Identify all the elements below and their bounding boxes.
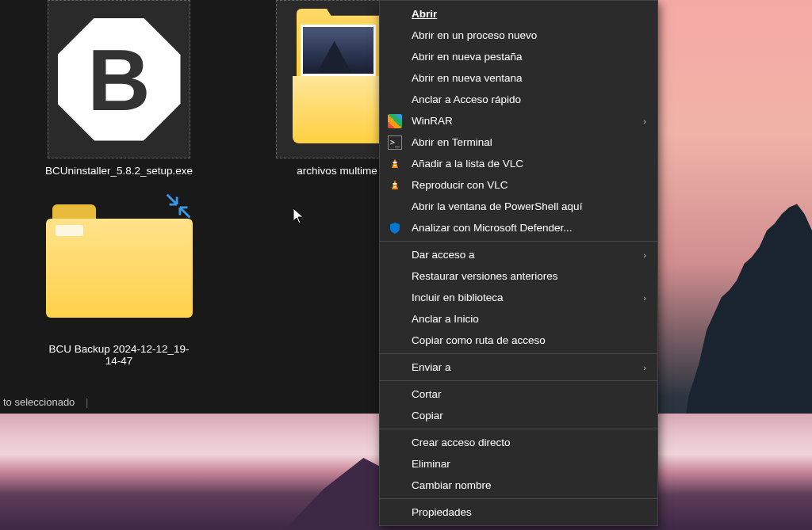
menu-item-cortar[interactable]: Cortar: [380, 383, 657, 405]
submenu-arrow-icon: ›: [643, 116, 646, 126]
vlc-icon: [388, 157, 402, 171]
menu-separator: [380, 353, 657, 354]
folder-label: archivos multime: [297, 165, 377, 177]
svg-rect-3: [394, 186, 396, 188]
menu-item-cambiar-nombre[interactable]: Cambiar nombre: [380, 475, 657, 496]
menu-separator: [380, 241, 657, 242]
folder-inner-paper: [56, 225, 83, 236]
menu-item-eliminar[interactable]: Eliminar: [380, 453, 657, 475]
menu-item-incluir-biblioteca[interactable]: Incluir en biblioteca ›: [380, 287, 657, 308]
menu-item-copiar[interactable]: Copiar: [380, 405, 657, 426]
menu-separator: [380, 380, 657, 381]
menu-item-propiedades[interactable]: Propiedades: [380, 501, 657, 523]
bcu-letter-b: B: [87, 29, 150, 130]
file-label: BCUninstaller_5.8.2_setup.exe: [45, 165, 193, 177]
svg-rect-0: [393, 162, 397, 163]
terminal-icon: >_: [388, 135, 402, 150]
menu-item-abrir[interactable]: Abrir: [380, 3, 657, 25]
menu-item-anclar-inicio[interactable]: Anclar a Inicio: [380, 308, 657, 330]
menu-item-anadir-vlc[interactable]: Añadir a la lista de VLC: [380, 153, 657, 174]
bcu-icon-selected: B: [48, 0, 190, 158]
defender-shield-icon: [388, 221, 402, 235]
menu-item-analizar-defender[interactable]: Analizar con Microsoft Defender...: [380, 217, 657, 238]
file-item-bcuninstaller[interactable]: B BCUninstaller_5.8.2_setup.exe: [48, 0, 190, 177]
menu-item-copiar-ruta[interactable]: Copiar como ruta de acceso: [380, 330, 657, 351]
submenu-arrow-icon: ›: [643, 293, 646, 303]
svg-rect-1: [394, 165, 396, 166]
folder-label: BCU Backup 2024-12-12_19-14-47: [48, 343, 190, 367]
vlc-icon: [388, 178, 402, 193]
folder-thumbnail-image: [301, 25, 376, 76]
menu-item-restaurar-versiones[interactable]: Restaurar versiones anteriores: [380, 265, 657, 287]
menu-separator: [380, 498, 657, 499]
menu-separator: [380, 429, 657, 429]
octagon-icon: B: [58, 18, 181, 141]
menu-item-abrir-proceso-nuevo[interactable]: Abrir en un proceso nuevo: [380, 25, 657, 46]
mouse-cursor-icon: [293, 208, 304, 228]
winrar-icon: [388, 114, 402, 128]
menu-item-powershell[interactable]: Abrir la ventana de PowerShell aquí: [380, 196, 657, 217]
menu-item-abrir-terminal[interactable]: >_ Abrir en Terminal: [380, 132, 657, 153]
folder-front: [293, 76, 388, 143]
folder-item-backup[interactable]: BCU Backup 2024-12-12_19-14-47: [48, 186, 190, 367]
status-divider: |: [86, 396, 88, 408]
svg-rect-2: [393, 183, 397, 185]
menu-item-winrar[interactable]: WinRAR ›: [380, 110, 657, 132]
status-selected-text: to seleccionado: [3, 396, 75, 408]
menu-item-enviar-a[interactable]: Enviar a ›: [380, 357, 657, 378]
menu-item-abrir-nueva-ventana[interactable]: Abrir en nueva ventana: [380, 67, 657, 89]
submenu-arrow-icon: ›: [643, 250, 646, 260]
menu-item-dar-acceso[interactable]: Dar acceso a ›: [380, 244, 657, 265]
menu-item-abrir-nueva-pestana[interactable]: Abrir en nueva pestaña: [380, 46, 657, 67]
context-menu: Abrir Abrir en un proceso nuevo Abrir en…: [379, 0, 658, 526]
menu-item-reproducir-vlc[interactable]: Reproducir con VLC: [380, 174, 657, 196]
menu-item-anclar-acceso-rapido[interactable]: Anclar a Acceso rápido: [380, 89, 657, 110]
folder-icon-yellow: [40, 186, 198, 337]
status-bar: to seleccionado |: [0, 393, 91, 411]
submenu-arrow-icon: ›: [643, 363, 646, 372]
menu-item-crear-acceso-directo[interactable]: Crear acceso directo: [380, 432, 657, 453]
